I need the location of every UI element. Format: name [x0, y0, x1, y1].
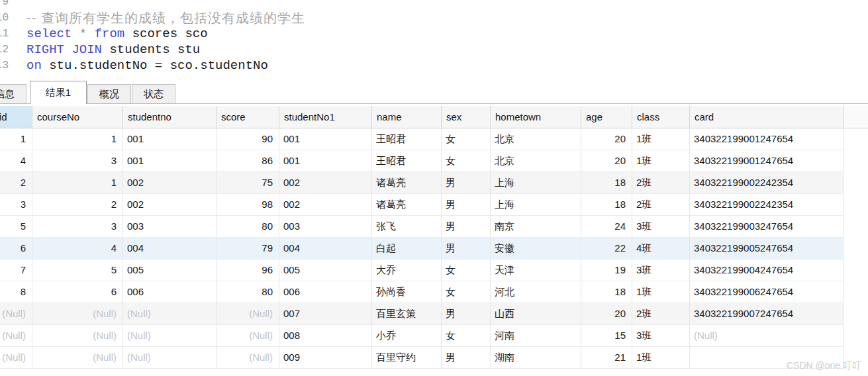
cell-class[interactable]: 1班 — [632, 347, 689, 369]
column-header-studentNo1[interactable]: studentNo1 — [279, 106, 371, 128]
cell-id[interactable]: 4 — [0, 150, 32, 172]
column-header-sex[interactable]: sex — [441, 106, 490, 128]
table-row[interactable]: (Null)(Null)(Null)(Null)007百里玄策男山西202班34… — [0, 303, 868, 325]
cell-score[interactable]: 80 — [216, 216, 279, 238]
column-header-id[interactable]: id — [0, 106, 32, 128]
cell-studentno[interactable]: 002 — [122, 172, 216, 194]
table-row[interactable]: 7500596005大乔女天津193班340322199004247654 — [0, 259, 868, 281]
cell-studentNo1[interactable]: 006 — [279, 281, 371, 303]
cell-studentNo1[interactable]: 005 — [279, 259, 371, 281]
cell-id[interactable]: 7 — [0, 259, 32, 281]
cell-name[interactable]: 百里玄策 — [371, 303, 441, 325]
cell-id[interactable]: 2 — [0, 172, 32, 194]
cell-score[interactable]: 90 — [216, 128, 279, 150]
sql-editor[interactable]: 910-- 查询所有学生的成绩，包括没有成绩的学生11select * from… — [0, 0, 868, 79]
cell-sex[interactable]: 男 — [441, 172, 490, 194]
cell-name[interactable]: 百里守约 — [371, 347, 441, 369]
cell-score[interactable]: (Null) — [216, 347, 279, 369]
cell-studentNo1[interactable]: 002 — [279, 172, 371, 194]
cell-score[interactable]: (Null) — [216, 325, 279, 347]
editor-line[interactable]: 13on stu.studentNo = sco.studentNo — [0, 58, 868, 73]
cell-class[interactable]: 4班 — [632, 238, 689, 259]
cell-card[interactable]: 340322199005247654 — [689, 238, 843, 259]
editor-line[interactable]: 9 — [0, 0, 868, 10]
cell-sex[interactable]: 男 — [441, 216, 490, 238]
cell-class[interactable]: 2班 — [632, 303, 689, 325]
cell-age[interactable]: 19 — [581, 259, 632, 281]
column-header-score[interactable]: score — [216, 106, 279, 128]
cell-studentNo1[interactable]: 003 — [279, 216, 371, 238]
cell-id[interactable]: 6 — [0, 238, 32, 259]
cell-score[interactable]: 80 — [216, 281, 279, 303]
cell-id[interactable]: (Null) — [0, 325, 32, 347]
cell-card[interactable]: 340322199007247654 — [689, 303, 843, 325]
column-header-age[interactable]: age — [581, 106, 632, 128]
table-row[interactable]: 2100275002诸葛亮男上海182班340322199002242354 — [0, 172, 868, 194]
table-row[interactable]: 1100190001王昭君女北京201班340322199001247654 — [0, 128, 868, 150]
cell-name[interactable]: 小乔 — [371, 325, 441, 347]
tab-messages[interactable]: 信息 — [0, 84, 26, 103]
cell-card[interactable]: 340322199006247654 — [689, 281, 843, 303]
cell-studentno[interactable]: 004 — [122, 238, 216, 259]
cell-name[interactable]: 张飞 — [371, 216, 441, 238]
cell-hometown[interactable]: 上海 — [490, 172, 581, 194]
editor-line[interactable]: 10-- 查询所有学生的成绩，包括没有成绩的学生 — [0, 10, 868, 26]
table-row[interactable]: 8600680006孙尚香女河北181班340322199006247654 — [0, 281, 868, 303]
cell-courseNo[interactable]: 1 — [32, 172, 122, 194]
cell-score[interactable]: 98 — [216, 194, 279, 216]
cell-hometown[interactable]: 山西 — [490, 303, 581, 325]
cell-age[interactable]: 15 — [581, 325, 632, 347]
cell-hometown[interactable]: 河北 — [490, 281, 581, 303]
cell-studentno[interactable]: (Null) — [122, 303, 216, 325]
cell-score[interactable]: 86 — [216, 150, 279, 172]
cell-hometown[interactable]: 北京 — [490, 150, 581, 172]
cell-courseNo[interactable]: 2 — [32, 194, 122, 216]
cell-card[interactable]: 340322199004247654 — [689, 259, 843, 281]
cell-sex[interactable]: 女 — [441, 281, 490, 303]
cell-studentno[interactable]: 001 — [122, 150, 216, 172]
cell-studentNo1[interactable]: 004 — [279, 238, 371, 259]
cell-hometown[interactable]: 北京 — [490, 128, 581, 150]
cell-class[interactable]: 1班 — [632, 128, 689, 150]
cell-sex[interactable]: 女 — [441, 150, 490, 172]
cell-age[interactable]: 20 — [581, 303, 632, 325]
column-header-card[interactable]: card — [689, 106, 843, 128]
cell-class[interactable]: 1班 — [632, 281, 689, 303]
cell-class[interactable]: 2班 — [632, 172, 689, 194]
cell-studentno[interactable]: 006 — [122, 281, 216, 303]
cell-hometown[interactable]: 上海 — [490, 194, 581, 216]
table-row[interactable]: (Null)(Null)(Null)(Null)009百里守约男湖南211班 — [0, 347, 868, 369]
cell-age[interactable]: 20 — [581, 150, 632, 172]
cell-courseNo[interactable]: 4 — [32, 238, 122, 259]
cell-sex[interactable]: 男 — [441, 347, 490, 369]
cell-age[interactable]: 21 — [581, 347, 632, 369]
tab-status[interactable]: 状态 — [132, 84, 175, 103]
cell-studentno[interactable]: 001 — [122, 128, 216, 150]
cell-courseNo[interactable]: 1 — [32, 128, 122, 150]
cell-age[interactable]: 20 — [581, 128, 632, 150]
cell-sex[interactable]: 女 — [441, 325, 490, 347]
tab-result-1[interactable]: 结果1 — [30, 81, 87, 104]
table-row[interactable]: 3200298002诸葛亮男上海182班340322199002242354 — [0, 194, 868, 216]
cell-studentno[interactable]: (Null) — [122, 325, 216, 347]
cell-studentno[interactable]: 005 — [122, 259, 216, 281]
cell-name[interactable]: 王昭君 — [371, 128, 441, 150]
cell-studentNo1[interactable]: 001 — [279, 150, 371, 172]
cell-studentNo1[interactable]: 001 — [279, 128, 371, 150]
cell-name[interactable]: 诸葛亮 — [371, 172, 441, 194]
column-header-studentno[interactable]: studentno — [122, 106, 216, 128]
cell-class[interactable]: 2班 — [632, 194, 689, 216]
cell-sex[interactable]: 女 — [441, 128, 490, 150]
cell-score[interactable]: 96 — [216, 259, 279, 281]
cell-hometown[interactable]: 天津 — [490, 259, 581, 281]
table-row[interactable]: 6400479004白起男安徽224班340322199005247654 — [0, 238, 868, 259]
cell-courseNo[interactable]: 3 — [32, 150, 122, 172]
cell-studentNo1[interactable]: 007 — [279, 303, 371, 325]
cell-score[interactable]: (Null) — [216, 303, 279, 325]
cell-card[interactable]: 340322199003247654 — [689, 216, 843, 238]
cell-name[interactable]: 白起 — [371, 238, 441, 259]
cell-id[interactable]: (Null) — [0, 303, 32, 325]
cell-id[interactable]: 5 — [0, 216, 32, 238]
column-header-name[interactable]: name — [371, 106, 441, 128]
cell-name[interactable]: 孙尚香 — [371, 281, 441, 303]
